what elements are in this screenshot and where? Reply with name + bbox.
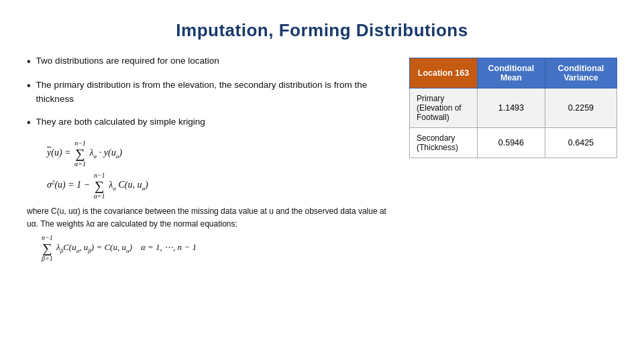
footnote-text: where C(u, uα) is the covariance between… [27, 205, 396, 230]
table-body: Primary(Elevation of Footwall) 1.1493 0.… [410, 88, 617, 158]
col-header-location: Location 163 [410, 58, 478, 88]
formula-ybar: y(u) = n−1 ∑ α=1 λα · y(uα) [47, 139, 396, 168]
left-column: • Two distributions are required for one… [27, 54, 396, 266]
bullet-item-2: • The primary distribution is from the e… [27, 78, 396, 106]
kriging-formulas: y(u) = n−1 ∑ α=1 λα · y(uα) σ2(u) = 1 − [47, 139, 396, 200]
sum-symbol-3: n−1 ∑ β=1 [42, 234, 53, 262]
table-header-row: Location 163 Conditional Mean Conditiona… [410, 58, 617, 88]
formula-sigma2: σ2(u) = 1 − n−1 ∑ α=1 λα C(u, uα) [47, 172, 396, 200]
row-cond-mean-primary: 1.1493 [477, 88, 545, 128]
sum-symbol-2: n−1 ∑ α=1 [94, 172, 105, 200]
bullet-dot-1: • [27, 54, 31, 69]
row-cond-variance-secondary: 0.6425 [545, 128, 616, 158]
bullet-text-3: They are both calculated by simple krigi… [36, 115, 205, 129]
bullet-text-1: Two distributions are required for one l… [36, 54, 219, 68]
col-header-cond-mean: Conditional Mean [477, 58, 545, 88]
bullet-item-1: • Two distributions are required for one… [27, 54, 396, 69]
bullet-dot-2: • [27, 78, 31, 93]
bullet-item-3: • They are both calculated by simple kri… [27, 115, 396, 130]
bullet-text-2: The primary distribution is from the ele… [36, 78, 396, 106]
row-cond-mean-secondary: 0.5946 [477, 128, 545, 158]
table-row-secondary: Secondary(Thickness) 0.5946 0.6425 [410, 128, 617, 158]
table-row-primary: Primary(Elevation of Footwall) 1.1493 0.… [410, 88, 617, 128]
right-column: Location 163 Conditional Mean Conditiona… [409, 54, 617, 266]
slide: Imputation, Forming Distributions • Two … [0, 0, 644, 362]
slide-title: Imputation, Forming Distributions [27, 20, 617, 41]
row-label-secondary: Secondary(Thickness) [410, 128, 478, 158]
col-header-cond-variance: Conditional Variance [545, 58, 616, 88]
kriging-table: Location 163 Conditional Mean Conditiona… [409, 58, 617, 158]
row-cond-variance-primary: 0.2259 [545, 88, 616, 128]
bottom-formula: n−1 ∑ β=1 λβC(uα, uβ) = C(u, uα) α = 1, … [40, 234, 396, 262]
formula-normal-eq: n−1 ∑ β=1 λβC(uα, uβ) = C(u, uα) α = 1, … [40, 234, 396, 262]
bullet-dot-3: • [27, 115, 31, 130]
content-area: • Two distributions are required for one… [27, 54, 617, 266]
row-label-primary: Primary(Elevation of Footwall) [410, 88, 478, 128]
sum-symbol-1: n−1 ∑ α=1 [74, 139, 86, 168]
